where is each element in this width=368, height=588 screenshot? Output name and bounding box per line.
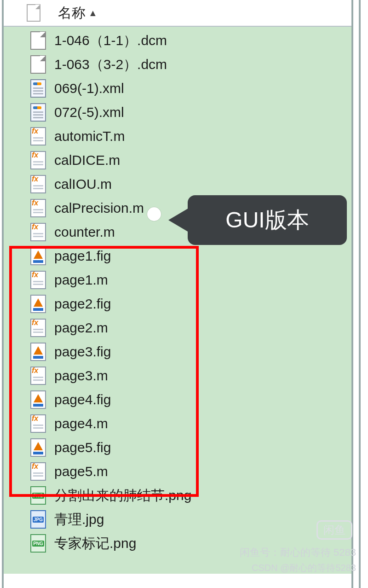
file-row[interactable]: calIOU.m: [4, 172, 351, 196]
file-name-label: page1.m: [54, 272, 108, 288]
annotation-anchor-dot: [147, 207, 161, 221]
file-name-label: 072(-5).xml: [54, 105, 124, 120]
watermark-line1: 闲鱼号：耐心的等待 5283: [240, 546, 356, 559]
file-browser-panel: 名称 ▲ 1-046（1-1）.dcm1-063（3-2）.dcm069(-1)…: [2, 0, 353, 588]
m-file-icon: [30, 175, 46, 193]
file-name-label: page3.fig: [54, 344, 111, 360]
file-row[interactable]: page3.fig: [4, 340, 351, 364]
file-name-label: 1-046（1-1）.dcm: [54, 31, 167, 50]
file-name-label: counter.m: [54, 224, 115, 240]
file-name-label: 青理.jpg: [54, 510, 104, 529]
file-row[interactable]: 1-046（1-1）.dcm: [4, 29, 351, 52]
m-file-icon: [30, 223, 46, 241]
fig-file-icon: [30, 247, 46, 265]
file-row[interactable]: page5.fig: [4, 436, 351, 460]
m-file-icon: [30, 199, 46, 217]
file-name-label: calPrecision.m: [54, 200, 144, 216]
file-row[interactable]: 069(-1).xml: [4, 76, 351, 100]
file-name-label: page5.m: [54, 464, 108, 479]
file-name-label: automicT.m: [54, 128, 125, 144]
file-name-label: page4.m: [54, 416, 108, 431]
file-name-label: page3.m: [54, 368, 108, 384]
file-name-label: 1-063（3-2）.dcm: [54, 55, 167, 74]
m-file-icon: [30, 462, 46, 481]
file-name-label: page4.fig: [54, 392, 111, 408]
watermark-line2: CSDN @耐心的等待5283: [252, 562, 356, 574]
file-row[interactable]: 青理.jpg: [4, 507, 351, 531]
m-file-icon: [30, 319, 46, 337]
file-list: 1-046（1-1）.dcm1-063（3-2）.dcm069(-1).xml0…: [4, 27, 351, 574]
generic-file-icon: [27, 4, 40, 22]
m-file-icon: [30, 271, 46, 289]
file-name-label: page2.m: [54, 320, 108, 336]
file-name-label: 069(-1).xml: [54, 81, 124, 96]
m-file-icon: [30, 367, 46, 385]
generic-file-icon: [30, 31, 46, 50]
annotation-callout: GUI版本: [188, 195, 347, 245]
sort-ascending-icon: ▲: [88, 8, 98, 18]
file-row[interactable]: automicT.m: [4, 124, 351, 148]
file-row[interactable]: page5.m: [4, 460, 351, 483]
file-row[interactable]: 分割出来的肺结节.png: [4, 483, 351, 507]
m-file-icon: [30, 127, 46, 146]
file-name-label: calIOU.m: [54, 176, 112, 192]
xml-file-icon: [30, 79, 46, 98]
callout-label: GUI版本: [225, 205, 309, 235]
column-label-text: 名称: [58, 4, 86, 23]
png-file-icon: [30, 534, 46, 553]
file-name-label: 分割出来的肺结节.png: [54, 486, 191, 505]
file-row[interactable]: page4.fig: [4, 388, 351, 412]
file-name-label: page2.fig: [54, 296, 111, 312]
xml-file-icon: [30, 103, 46, 122]
fig-file-icon: [30, 438, 46, 457]
file-row[interactable]: page4.m: [4, 412, 351, 436]
adjacent-panel-edge: [359, 0, 368, 588]
file-name-label: calDICE.m: [54, 152, 120, 168]
jpg-file-icon: [30, 510, 46, 529]
file-row[interactable]: page2.fig: [4, 292, 351, 316]
generic-file-icon: [30, 55, 46, 74]
file-row[interactable]: page1.fig: [4, 244, 351, 268]
file-row[interactable]: 1-063（3-2）.dcm: [4, 52, 351, 76]
fig-file-icon: [30, 295, 46, 313]
file-row[interactable]: page3.m: [4, 364, 351, 388]
file-row[interactable]: 072(-5).xml: [4, 100, 351, 124]
file-row[interactable]: page1.m: [4, 268, 351, 292]
file-name-label: 专家标记.png: [54, 534, 136, 553]
fig-file-icon: [30, 343, 46, 361]
file-row[interactable]: page2.m: [4, 316, 351, 340]
fig-file-icon: [30, 390, 46, 409]
column-header-name[interactable]: 名称 ▲: [4, 0, 351, 27]
m-file-icon: [30, 414, 46, 433]
file-name-label: page1.fig: [54, 248, 111, 264]
file-name-label: page5.fig: [54, 440, 111, 455]
m-file-icon: [30, 151, 46, 169]
watermark-badge: 闲鱼: [316, 520, 352, 540]
png-file-icon: [30, 486, 46, 505]
file-row[interactable]: calDICE.m: [4, 148, 351, 172]
